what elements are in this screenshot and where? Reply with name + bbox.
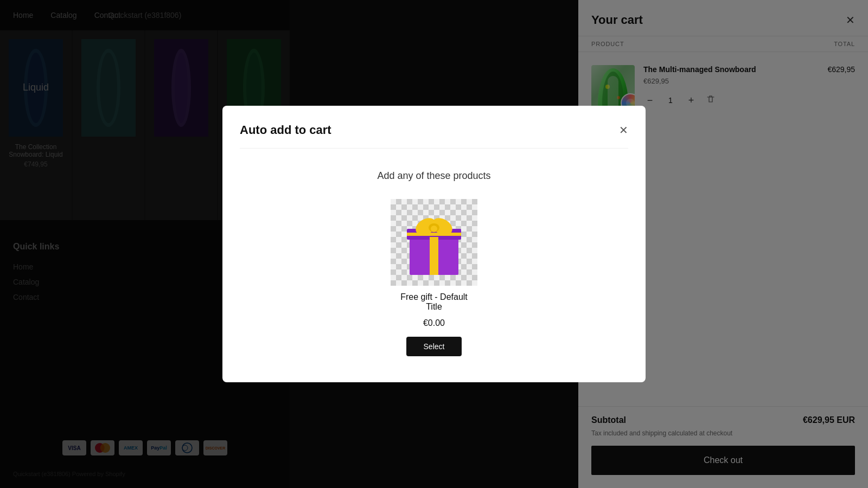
modal-close-button[interactable]: ✕: [619, 124, 628, 137]
modal-title: Auto add to cart: [240, 123, 331, 137]
gift-product-image: [391, 199, 477, 286]
gift-product: Free gift - Default Title €0.00 Select: [391, 199, 477, 356]
gift-product-price: €0.00: [423, 318, 445, 328]
svg-rect-22: [430, 237, 438, 275]
auto-add-to-cart-modal: Auto add to cart ✕ Add any of these prod…: [222, 106, 646, 382]
select-gift-button[interactable]: Select: [406, 337, 462, 356]
modal-subtitle: Add any of these products: [377, 170, 490, 182]
modal-header: Auto add to cart ✕: [240, 123, 628, 149]
modal-overlay: Auto add to cart ✕ Add any of these prod…: [0, 0, 868, 488]
gift-box-icon: [404, 207, 464, 278]
svg-point-27: [431, 226, 437, 232]
gift-product-name: Free gift - Default Title: [400, 292, 468, 312]
modal-body: Add any of these products: [240, 162, 628, 365]
svg-rect-23: [407, 233, 461, 236]
